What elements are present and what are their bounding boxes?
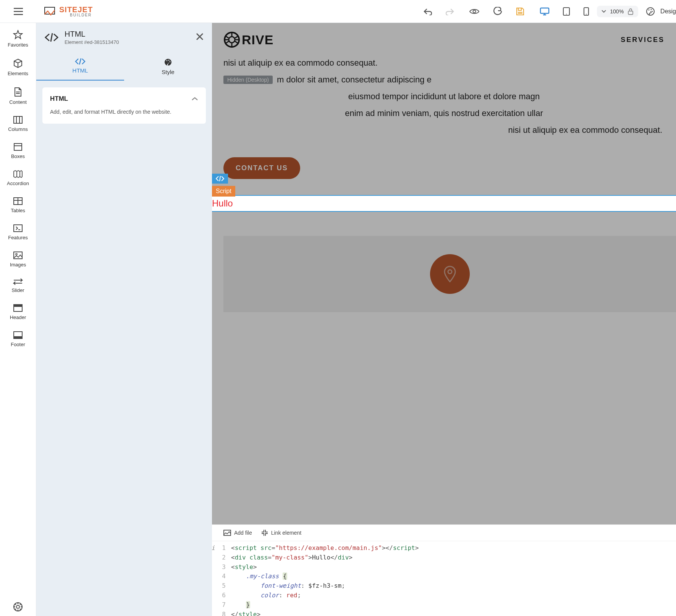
desktop-icon [540, 7, 550, 16]
sidebar-item-label: Accordion [7, 181, 29, 186]
sidebar-item-slider[interactable]: Slider [0, 278, 36, 293]
sidebar-item-label: Features [8, 235, 27, 240]
sidebar-item-label: Elements [8, 71, 28, 76]
collapse-button[interactable] [191, 95, 198, 102]
sidebar-item-boxes[interactable]: Boxes [0, 143, 36, 159]
script-element-tag[interactable]: Script [212, 186, 235, 197]
save-icon [516, 7, 524, 16]
menu-button[interactable] [0, 8, 36, 15]
sidebar-item-features[interactable]: Features [0, 224, 36, 240]
html-output-block[interactable]: Hullo [212, 195, 676, 212]
canvas-preview[interactable]: RIVE SERVICES nisi ut aliquip ex ea comm… [212, 23, 676, 524]
eye-icon [469, 8, 479, 15]
star-icon [13, 30, 23, 40]
mobile-view-button[interactable] [583, 7, 589, 16]
hamburger-icon [14, 8, 23, 15]
svg-rect-21 [14, 336, 22, 339]
gear-icon [13, 601, 23, 612]
sidebar-item-label: Tables [11, 208, 25, 213]
close-panel-button[interactable] [196, 32, 204, 43]
svg-point-4 [566, 14, 567, 15]
sidebar-item-content[interactable]: Content [0, 87, 36, 105]
svg-rect-13 [14, 144, 22, 150]
sidebar-item-label: Boxes [11, 153, 25, 159]
tablet-icon [563, 7, 570, 16]
app-logo: SITEJET BUILDER [36, 6, 100, 17]
code-icon [216, 176, 224, 181]
header-icon [13, 304, 23, 312]
link-element-button[interactable]: Link element [261, 529, 301, 536]
location-card [223, 236, 676, 312]
image-icon [13, 251, 23, 260]
tab-label: Style [162, 69, 174, 75]
refresh-icon [493, 7, 502, 16]
sidebar-item-label: Images [10, 262, 26, 268]
close-icon [196, 33, 204, 40]
svg-point-17 [16, 253, 17, 255]
sidebar-item-columns[interactable]: Columns [0, 116, 36, 132]
code-icon [75, 58, 86, 65]
svg-rect-19 [14, 305, 22, 307]
sidebar-item-footer[interactable]: Footer [0, 331, 36, 347]
redo-button [446, 8, 454, 15]
wheel-icon [223, 31, 240, 48]
desktop-view-button[interactable] [540, 7, 550, 16]
add-file-button[interactable]: Add file [223, 530, 252, 536]
refresh-button[interactable] [493, 7, 502, 16]
sidebar-item-label: Footer [11, 342, 25, 347]
svg-point-1 [473, 10, 476, 13]
svg-point-26 [168, 60, 170, 61]
design-button[interactable] [646, 7, 655, 16]
svg-rect-12 [14, 116, 22, 123]
nav-services: SERVICES [621, 36, 665, 44]
undo-button[interactable] [424, 8, 432, 15]
design-label: Desig [660, 8, 676, 15]
tab-html[interactable]: HTML [36, 55, 124, 81]
cube-icon [13, 58, 23, 68]
sidebar-item-favorites[interactable]: Favorites [0, 30, 36, 48]
svg-rect-2 [540, 8, 549, 13]
sidebar-item-label: Slider [11, 287, 24, 293]
svg-point-11 [652, 11, 653, 12]
code-editor-area[interactable]: i1 2345678 <script src="https://example.… [212, 541, 676, 616]
sidebar-item-accordion[interactable]: Accordion [0, 170, 36, 186]
body-text: enim ad minim veniam, quis nostrud exerc… [223, 107, 665, 120]
link-element-label: Link element [271, 530, 301, 536]
line-gutter: i1 2345678 [212, 543, 231, 616]
site-logo: RIVE [223, 31, 273, 48]
sidebar-item-label: Favorites [8, 42, 28, 48]
sitejet-icon [44, 6, 55, 16]
sidebar-item-elements[interactable]: Elements [0, 58, 36, 76]
code-content[interactable]: <script src="https://example.com/main.js… [231, 543, 676, 616]
sidebar-item-tables[interactable]: Tables [0, 197, 36, 213]
svg-rect-7 [628, 11, 633, 15]
footer-icon [13, 331, 23, 339]
file-icon [14, 87, 22, 97]
svg-point-25 [167, 60, 168, 61]
panel-subtitle: Element #ed-381513470 [65, 39, 190, 45]
location-pin-icon [442, 265, 458, 283]
sidebar-item-header[interactable]: Header [0, 304, 36, 320]
svg-point-10 [651, 9, 652, 10]
card-title: HTML [50, 95, 68, 103]
tablet-view-button[interactable] [563, 7, 570, 16]
sidebar-item-images[interactable]: Images [0, 251, 36, 268]
svg-point-9 [649, 9, 650, 10]
tab-style[interactable]: Style [124, 55, 212, 81]
body-text: m dolor sit amet, consectetur adipiscing… [223, 73, 665, 86]
save-button[interactable] [516, 7, 524, 16]
html-element-tag[interactable] [212, 174, 228, 184]
palette-icon [164, 58, 172, 66]
slider-icon [13, 278, 23, 285]
body-text: nisi ut aliquip ex ea commodo consequat. [223, 124, 665, 137]
feature-icon [13, 224, 23, 232]
svg-point-23 [16, 605, 19, 608]
logo-main-text: SITEJET [59, 6, 93, 13]
preview-button[interactable] [469, 8, 479, 15]
zoom-control[interactable]: 100% [597, 6, 638, 17]
sidebar-item-settings[interactable] [0, 601, 36, 616]
zoom-value: 100% [610, 8, 624, 15]
image-icon [223, 530, 231, 536]
box-icon [13, 143, 23, 151]
logo-sub-text: BUILDER [70, 13, 92, 17]
